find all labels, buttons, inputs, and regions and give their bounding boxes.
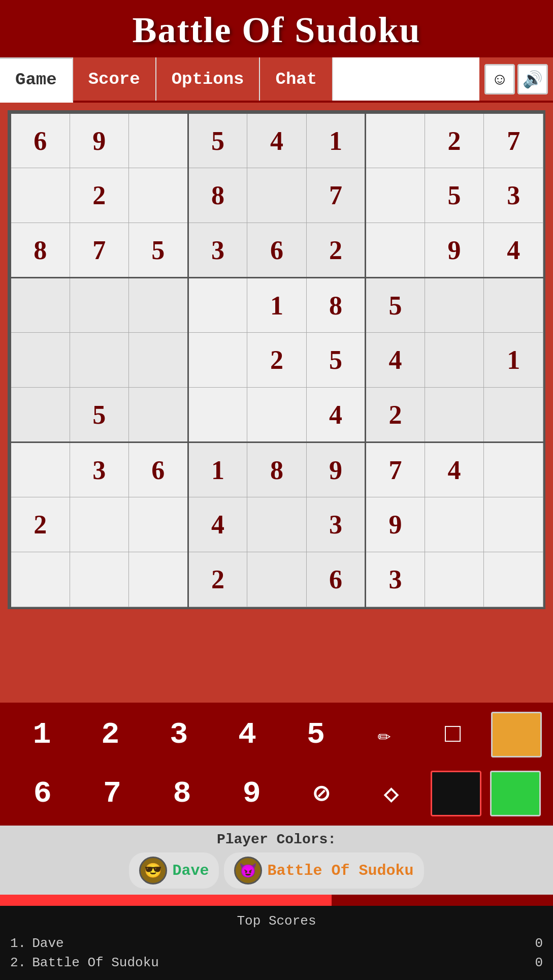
cell-2-0[interactable]: 8 bbox=[11, 223, 70, 278]
num-3-button[interactable]: 3 bbox=[148, 709, 209, 760]
num-8-button[interactable]: 8 bbox=[151, 768, 212, 819]
cell-5-6[interactable]: 2 bbox=[366, 388, 425, 442]
sound-button[interactable]: 🔊 bbox=[517, 64, 548, 94]
cell-1-3[interactable]: 8 bbox=[188, 168, 247, 223]
cell-8-1[interactable] bbox=[70, 552, 129, 607]
cell-4-4[interactable]: 2 bbox=[247, 333, 307, 388]
pencil-button[interactable]: ✏ bbox=[354, 709, 415, 760]
cell-8-8[interactable] bbox=[484, 552, 543, 607]
tab-score[interactable]: Score bbox=[73, 57, 156, 101]
cell-2-1[interactable]: 7 bbox=[70, 223, 129, 278]
cell-3-4[interactable]: 1 bbox=[247, 278, 307, 333]
num-5-button[interactable]: 5 bbox=[285, 709, 346, 760]
num-4-button[interactable]: 4 bbox=[217, 709, 278, 760]
tab-chat[interactable]: Chat bbox=[260, 57, 333, 101]
cell-6-2[interactable]: 6 bbox=[129, 442, 188, 497]
cell-6-5[interactable]: 9 bbox=[306, 442, 366, 497]
cell-1-1[interactable]: 2 bbox=[70, 168, 129, 223]
black-color-button[interactable] bbox=[431, 771, 481, 816]
cell-8-3[interactable]: 2 bbox=[188, 552, 247, 607]
cell-4-7[interactable] bbox=[425, 333, 484, 388]
cell-6-1[interactable]: 3 bbox=[70, 442, 129, 497]
cell-8-7[interactable] bbox=[425, 552, 484, 607]
cell-3-7[interactable] bbox=[425, 278, 484, 333]
square-button[interactable]: □ bbox=[422, 709, 483, 760]
cell-7-2[interactable] bbox=[129, 497, 188, 552]
num-6-button[interactable]: 6 bbox=[12, 768, 73, 819]
cell-3-2[interactable] bbox=[129, 278, 188, 333]
cell-0-7[interactable]: 2 bbox=[425, 113, 484, 168]
cell-6-0[interactable] bbox=[11, 442, 70, 497]
cell-5-3[interactable] bbox=[188, 388, 247, 442]
cell-7-6[interactable]: 9 bbox=[366, 497, 425, 552]
cell-0-0[interactable]: 6 bbox=[11, 113, 70, 168]
cell-5-2[interactable] bbox=[129, 388, 188, 442]
cell-6-8[interactable] bbox=[484, 442, 543, 497]
cell-5-0[interactable] bbox=[11, 388, 70, 442]
cell-3-6[interactable]: 5 bbox=[366, 278, 425, 333]
cell-4-2[interactable] bbox=[129, 333, 188, 388]
cell-5-5[interactable]: 4 bbox=[306, 388, 366, 442]
cell-4-5[interactable]: 5 bbox=[306, 333, 366, 388]
cell-7-8[interactable] bbox=[484, 497, 543, 552]
cell-4-1[interactable] bbox=[70, 333, 129, 388]
cell-8-2[interactable] bbox=[129, 552, 188, 607]
cell-2-4[interactable]: 6 bbox=[247, 223, 307, 278]
cell-6-7[interactable]: 4 bbox=[425, 442, 484, 497]
cell-4-8[interactable]: 1 bbox=[484, 333, 543, 388]
cell-2-6[interactable] bbox=[366, 223, 425, 278]
cell-7-3[interactable]: 4 bbox=[188, 497, 247, 552]
cell-3-0[interactable] bbox=[11, 278, 70, 333]
diamond-button[interactable]: ◇ bbox=[361, 768, 422, 819]
smiley-button[interactable]: ☺ bbox=[484, 64, 515, 94]
cell-0-2[interactable] bbox=[129, 113, 188, 168]
cell-1-5[interactable]: 7 bbox=[306, 168, 366, 223]
cell-3-5[interactable]: 8 bbox=[306, 278, 366, 333]
cell-2-7[interactable]: 9 bbox=[425, 223, 484, 278]
cell-0-6[interactable] bbox=[366, 113, 425, 168]
cell-2-2[interactable]: 5 bbox=[129, 223, 188, 278]
orange-color-button[interactable] bbox=[491, 712, 542, 757]
cell-7-0[interactable]: 2 bbox=[11, 497, 70, 552]
cell-1-7[interactable]: 5 bbox=[425, 168, 484, 223]
cell-8-4[interactable] bbox=[247, 552, 307, 607]
cell-6-3[interactable]: 1 bbox=[188, 442, 247, 497]
cell-1-8[interactable]: 3 bbox=[484, 168, 543, 223]
tab-game[interactable]: Game bbox=[0, 57, 73, 103]
cell-4-6[interactable]: 4 bbox=[366, 333, 425, 388]
cell-2-8[interactable]: 4 bbox=[484, 223, 543, 278]
num-7-button[interactable]: 7 bbox=[82, 768, 143, 819]
cell-5-1[interactable]: 5 bbox=[70, 388, 129, 442]
cell-0-8[interactable]: 7 bbox=[484, 113, 543, 168]
cell-3-3[interactable] bbox=[188, 278, 247, 333]
cell-3-8[interactable] bbox=[484, 278, 543, 333]
cell-5-4[interactable] bbox=[247, 388, 307, 442]
no-button[interactable]: ⊘ bbox=[291, 768, 352, 819]
cell-0-3[interactable]: 5 bbox=[188, 113, 247, 168]
cell-4-0[interactable] bbox=[11, 333, 70, 388]
cell-8-5[interactable]: 6 bbox=[306, 552, 366, 607]
num-9-button[interactable]: 9 bbox=[221, 768, 282, 819]
cell-3-1[interactable] bbox=[70, 278, 129, 333]
cell-8-0[interactable] bbox=[11, 552, 70, 607]
cell-1-6[interactable] bbox=[366, 168, 425, 223]
cell-7-5[interactable]: 3 bbox=[306, 497, 366, 552]
cell-7-7[interactable] bbox=[425, 497, 484, 552]
num-1-button[interactable]: 1 bbox=[11, 709, 72, 760]
cell-1-0[interactable] bbox=[11, 168, 70, 223]
cell-2-3[interactable]: 3 bbox=[188, 223, 247, 278]
cell-1-4[interactable] bbox=[247, 168, 307, 223]
cell-1-2[interactable] bbox=[129, 168, 188, 223]
cell-6-4[interactable]: 8 bbox=[247, 442, 307, 497]
cell-5-7[interactable] bbox=[425, 388, 484, 442]
cell-0-1[interactable]: 9 bbox=[70, 113, 129, 168]
green-color-button[interactable] bbox=[490, 771, 541, 816]
cell-7-1[interactable] bbox=[70, 497, 129, 552]
cell-8-6[interactable]: 3 bbox=[366, 552, 425, 607]
cell-0-5[interactable]: 1 bbox=[306, 113, 366, 168]
tab-options[interactable]: Options bbox=[156, 57, 261, 101]
cell-4-3[interactable] bbox=[188, 333, 247, 388]
cell-0-4[interactable]: 4 bbox=[247, 113, 307, 168]
cell-2-5[interactable]: 2 bbox=[306, 223, 366, 278]
cell-7-4[interactable] bbox=[247, 497, 307, 552]
